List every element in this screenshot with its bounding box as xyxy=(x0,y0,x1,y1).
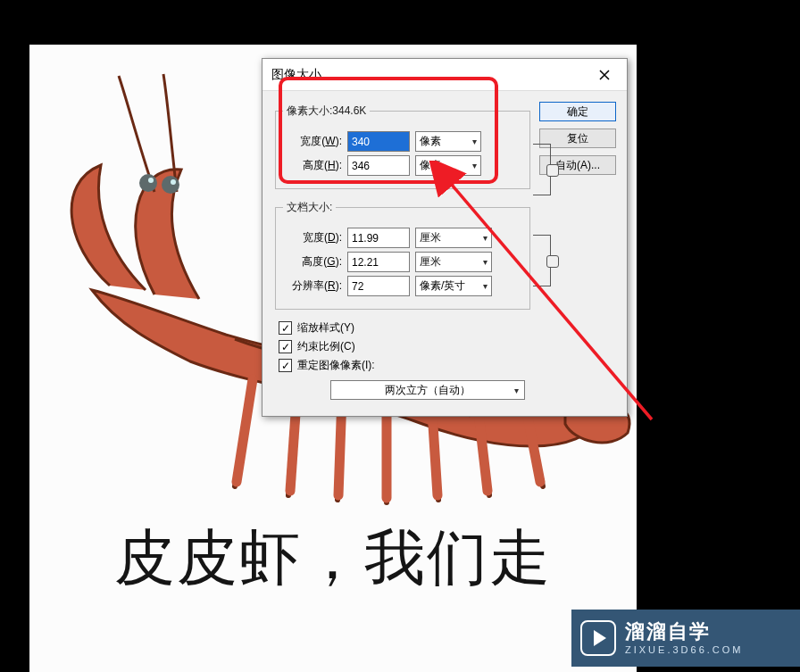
resample-method-select[interactable]: 两次立方（自动） ▾ xyxy=(330,380,525,400)
svg-point-0 xyxy=(139,174,157,192)
chevron-down-icon: ▾ xyxy=(483,233,488,243)
resolution-input[interactable] xyxy=(347,276,410,296)
constrain-proportions-checkbox-row[interactable]: 约束比例(C) xyxy=(279,339,616,354)
pixel-width-unit-select[interactable]: 像素▾ xyxy=(415,131,481,152)
pixel-legend: 像素大小:344.6K xyxy=(283,104,370,119)
doc-height-label: 高度(G): xyxy=(283,254,342,270)
chevron-down-icon: ▾ xyxy=(472,137,477,146)
svg-point-1 xyxy=(162,176,179,194)
doc-width-input[interactable] xyxy=(347,228,410,248)
doc-width-unit-select[interactable]: 厘米▾ xyxy=(415,228,492,248)
doc-height-unit-select[interactable]: 厘米▾ xyxy=(415,252,492,272)
chevron-down-icon: ▾ xyxy=(514,386,519,395)
pixel-size-fieldset: 像素大小:344.6K 宽度(W): 像素▾ 高度(H): 像素▾ xyxy=(275,104,530,189)
resolution-label: 分辨率(R): xyxy=(283,278,342,294)
pixel-height-unit-select[interactable]: 像素▾ xyxy=(415,155,481,176)
checkbox-icon[interactable] xyxy=(279,321,292,335)
ok-button[interactable]: 确定 xyxy=(539,102,616,121)
doc-width-label: 宽度(D): xyxy=(283,230,342,245)
link-icon[interactable] xyxy=(533,235,551,286)
play-icon xyxy=(580,620,616,656)
chevron-down-icon: ▾ xyxy=(483,257,488,267)
watermark-name: 溜溜自学 xyxy=(625,620,743,643)
doc-legend: 文档大小: xyxy=(283,200,336,215)
pixel-height-input[interactable] xyxy=(347,155,410,176)
pixel-width-input[interactable] xyxy=(347,131,410,152)
watermark: 溜溜自学 ZIXUE.3D66.COM xyxy=(571,610,800,667)
checkbox-icon[interactable] xyxy=(279,359,292,372)
resample-checkbox-row[interactable]: 重定图像像素(I): xyxy=(279,358,616,373)
meme-caption: 皮皮虾，我们走 xyxy=(29,518,637,599)
dialog-titlebar[interactable]: 图像大小 xyxy=(262,59,627,91)
close-icon[interactable] xyxy=(591,62,618,88)
doc-height-input[interactable] xyxy=(347,252,410,272)
width-label: 宽度(W): xyxy=(283,134,342,149)
link-icon[interactable] xyxy=(533,144,551,195)
chevron-down-icon: ▾ xyxy=(472,161,477,170)
document-size-fieldset: 文档大小: 宽度(D): 厘米▾ 高度(G): 厘米▾ 分辨率(R): 像素/英… xyxy=(275,200,530,310)
height-label: 高度(H): xyxy=(283,158,342,173)
checkbox-icon[interactable] xyxy=(279,340,292,353)
svg-point-2 xyxy=(148,178,154,183)
svg-point-3 xyxy=(171,179,176,185)
resolution-unit-select[interactable]: 像素/英寸▾ xyxy=(415,276,492,296)
watermark-url: ZIXUE.3D66.COM xyxy=(625,644,743,656)
chevron-down-icon: ▾ xyxy=(483,281,488,291)
dialog-title: 图像大小 xyxy=(271,67,591,83)
image-size-dialog: 图像大小 确定 复位 自动(A)... 像素大小:344.6K 宽度(W): 像… xyxy=(262,58,628,417)
scale-styles-checkbox-row[interactable]: 缩放样式(Y) xyxy=(279,320,616,336)
